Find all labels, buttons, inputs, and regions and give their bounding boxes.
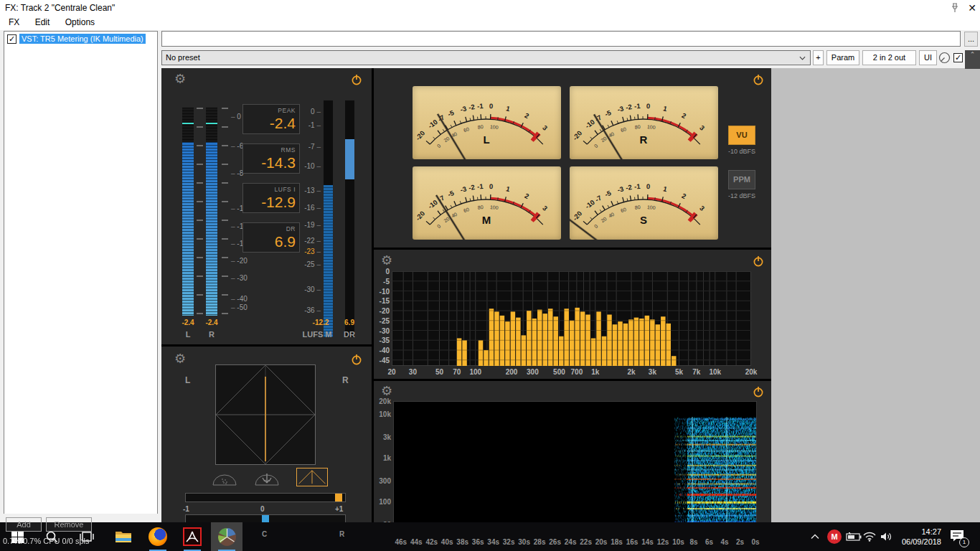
fx-chain-item[interactable]: ✓ VST: TR5 Metering (IK Multimedia) bbox=[4, 32, 157, 44]
firefox-icon[interactable] bbox=[142, 522, 174, 551]
spectrum-bar bbox=[489, 309, 494, 366]
balance-center-label: C bbox=[262, 530, 267, 538]
vu-db-tick-label: -10 bbox=[426, 198, 439, 210]
spectrum-bar bbox=[527, 311, 531, 366]
power-icon[interactable] bbox=[753, 74, 764, 85]
vu-pct-tick-label: 60 bbox=[620, 207, 627, 213]
chain-scroll-button[interactable]: ⌃ bbox=[965, 50, 980, 69]
vu-db-tick-label: -10 bbox=[583, 198, 596, 210]
fx-window-titlebar: FX: Track 2 "Centrale Clean" ✕ bbox=[0, 0, 980, 16]
settings-gear-icon[interactable]: ⚙ bbox=[174, 352, 186, 365]
spectrum-bar bbox=[580, 311, 585, 366]
vu-channel-letter: S bbox=[640, 214, 647, 226]
vu-db-tick-label: -3 bbox=[616, 104, 624, 113]
spectrum-bar bbox=[500, 316, 504, 366]
spectrum-bar bbox=[532, 319, 537, 366]
vu-db-tick-label: 3 bbox=[541, 204, 549, 212]
correlation-slider[interactable] bbox=[185, 493, 346, 502]
vu-db-tick-label: -3 bbox=[459, 104, 467, 113]
mega-tray-icon[interactable]: M bbox=[825, 522, 844, 551]
reaper-icon[interactable] bbox=[211, 522, 242, 551]
vu-pct-tick-label: 0 bbox=[593, 223, 599, 229]
spectrum-y-label: -40 bbox=[374, 347, 390, 354]
spectrum-x-label: 10k bbox=[703, 368, 727, 376]
scope-mode-rays-button[interactable] bbox=[253, 468, 281, 486]
spectrum-y-label: -5 bbox=[374, 278, 390, 286]
vu-meter-face: -20-10-7-5-3-2-10123020406080100S bbox=[570, 166, 718, 240]
dr-meter-label: DR bbox=[338, 330, 361, 339]
settings-gear-icon[interactable]: ⚙ bbox=[381, 385, 392, 397]
fx-chain-list: ✓ VST: TR5 Metering (IK Multimedia) bbox=[4, 31, 158, 515]
ppm-mode-button[interactable]: PPM bbox=[728, 170, 755, 189]
vu-db-tick-label: -20 bbox=[414, 209, 426, 222]
power-icon[interactable] bbox=[351, 74, 362, 85]
vu-meters-panel: -20-10-7-5-3-2-10123020406080100L -20-10… bbox=[374, 68, 771, 248]
clock-date: 06/09/2018 bbox=[891, 537, 941, 547]
vu-db-tick-label: -1 bbox=[477, 182, 484, 191]
meter-scale-tick: -6 bbox=[231, 142, 243, 150]
menu-fx[interactable]: FX bbox=[2, 16, 26, 29]
vu-db-tick-label: 3 bbox=[698, 204, 706, 212]
scope-mode-dots-button[interactable] bbox=[210, 468, 239, 486]
vu-db-tick-label: -2 bbox=[625, 183, 632, 192]
tray-chevron-up-icon[interactable] bbox=[805, 522, 825, 551]
vu-db-tick-label: 2 bbox=[681, 111, 688, 120]
menu-edit[interactable]: Edit bbox=[29, 16, 57, 29]
spectrum-bar bbox=[559, 336, 563, 366]
wet-knob[interactable] bbox=[938, 52, 951, 64]
preset-plus-button[interactable]: + bbox=[813, 50, 824, 65]
ui-button[interactable]: UI bbox=[919, 50, 937, 65]
lufs-scale-tick: -16 bbox=[304, 204, 321, 212]
meter-scale-tick: -30 bbox=[231, 273, 248, 281]
correlation-slider-handle[interactable] bbox=[335, 494, 342, 501]
pin-icon[interactable] bbox=[949, 2, 961, 14]
notification-center-icon[interactable]: 1 bbox=[944, 522, 970, 551]
acrobat-icon[interactable] bbox=[176, 522, 208, 551]
lufs-scale-tick: -36 bbox=[304, 306, 321, 314]
power-icon[interactable] bbox=[753, 255, 764, 267]
spectrum-y-label: 0 bbox=[374, 268, 390, 276]
vu-channel-letter: R bbox=[640, 133, 648, 146]
lufs-m-scale: 0-1-7-10-13-16-19-22-23-25-30-36 bbox=[291, 100, 321, 337]
level-meter-left bbox=[182, 108, 194, 316]
fx-comment-input[interactable] bbox=[161, 31, 961, 47]
vu-meter-left: -20-10-7-5-3-2-10123020406080100L bbox=[413, 86, 561, 159]
lufs-scale-tick: -10 bbox=[304, 162, 321, 170]
close-icon[interactable]: ✕ bbox=[966, 1, 979, 14]
vu-mode-button[interactable]: VU bbox=[728, 126, 755, 145]
vu-db-tick-label: -7 bbox=[593, 194, 603, 204]
file-explorer-icon[interactable] bbox=[108, 522, 139, 551]
spectrum-x-label: 100 bbox=[463, 368, 488, 376]
lufs-scale-tick: -22 bbox=[304, 237, 321, 245]
scope-mode-lissajous-button[interactable] bbox=[296, 468, 328, 486]
add-fx-button[interactable]: Add bbox=[6, 517, 42, 532]
spectrum-x-label: 300 bbox=[520, 368, 545, 376]
vu-db-tick-label: -20 bbox=[571, 129, 583, 142]
more-button[interactable]: ... bbox=[964, 32, 978, 47]
spectrum-bar bbox=[570, 321, 574, 366]
fx-enable-checkbox[interactable]: ✓ bbox=[7, 34, 17, 44]
vu-db-tick-label: -5 bbox=[603, 189, 613, 199]
power-icon[interactable] bbox=[753, 386, 764, 397]
preset-dropdown[interactable]: No preset bbox=[161, 50, 811, 65]
menu-options[interactable]: Options bbox=[59, 16, 101, 29]
spectrum-y-label: -35 bbox=[374, 336, 390, 344]
spectrogram-y-label: 300 bbox=[374, 477, 391, 485]
fx-bypass-checkbox[interactable]: ✓ bbox=[953, 53, 963, 62]
spectrum-bar bbox=[575, 308, 579, 366]
param-button[interactable]: Param bbox=[826, 50, 859, 65]
power-icon[interactable] bbox=[351, 354, 362, 365]
menubar: FX Edit Options bbox=[0, 16, 980, 30]
spectrogram-time-label: 0s bbox=[745, 538, 765, 546]
spectrum-bar bbox=[548, 309, 552, 366]
vu-pct-tick-label: 80 bbox=[477, 124, 483, 130]
clock[interactable]: 14:27 06/09/2018 bbox=[891, 527, 941, 547]
io-button[interactable]: 2 in 2 out bbox=[862, 50, 916, 65]
spectrum-bar bbox=[672, 356, 676, 366]
spectrum-bar bbox=[661, 316, 665, 366]
settings-gear-icon[interactable]: ⚙ bbox=[381, 254, 392, 267]
vu-db-tick-label: 2 bbox=[681, 192, 688, 200]
vu-pct-tick-label: 100 bbox=[647, 124, 656, 130]
remove-fx-button[interactable]: Remove bbox=[46, 517, 92, 532]
settings-gear-icon[interactable]: ⚙ bbox=[174, 72, 186, 85]
